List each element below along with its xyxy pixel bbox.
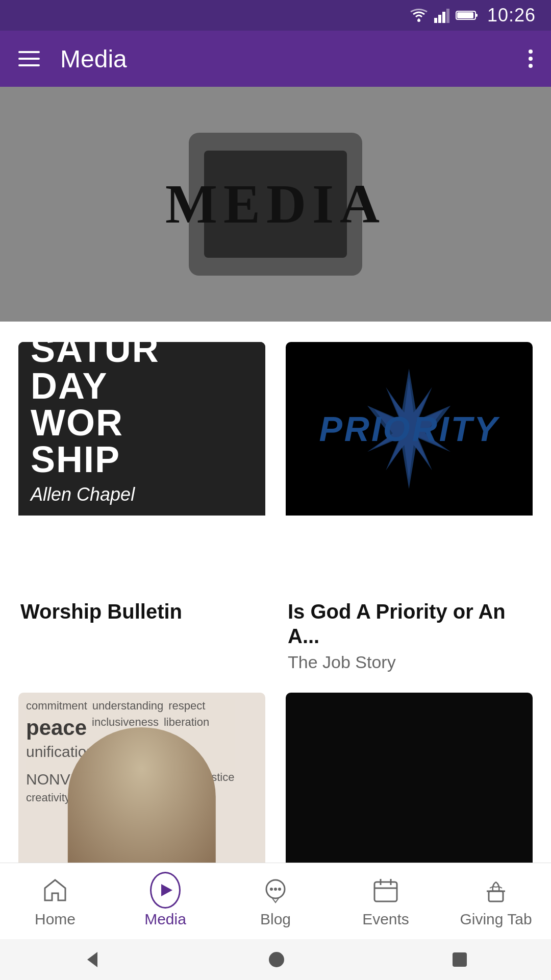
status-icons [410,8,478,23]
status-bar: 10:26 [0,0,551,31]
worship-bulletin-title: Worship Bulletin [20,599,263,624]
nav-label-blog: Blog [260,911,291,928]
thumb-worship-bulletin: SATURDAYWORSHIP Allen Chapel [18,342,265,589]
priority-subtitle: The Job Story [288,652,531,672]
home-button[interactable] [267,950,286,969]
word-tag: respect [168,699,205,713]
nav-label-giving: Giving Tab [460,911,532,928]
svg-marker-10 [161,884,172,896]
bottom-nav: Home Media Blog [0,863,551,939]
nav-label-events: Events [362,911,409,928]
play-circle [150,872,181,909]
svg-point-0 [417,19,420,22]
calendar-icon [370,875,401,905]
word-tag: creativity [26,791,70,804]
worship-bulletin-info: Worship Bulletin [18,599,265,624]
media-grid: SATURDAYWORSHIP Allen Chapel Worship Bul… [0,322,551,950]
svg-point-14 [278,888,281,891]
home-icon [40,875,70,905]
more-icon[interactable] [529,50,533,68]
word-tag: peace [26,716,87,740]
svg-rect-2 [438,15,441,23]
media-card-worship-bulletin[interactable]: SATURDAYWORSHIP Allen Chapel Worship Bul… [18,342,265,672]
svg-rect-7 [475,14,478,17]
priority-info: Is God A Priority or An A... The Job Sto… [286,599,533,672]
system-nav-bar [0,939,551,980]
wifi-icon [410,8,428,22]
recents-button[interactable] [450,950,469,969]
app-bar: Media [0,31,551,87]
svg-rect-3 [442,12,445,23]
saturday-title: SATURDAYWORSHIP [31,342,253,478]
word-tag: understanding [92,699,163,713]
nav-item-giving[interactable]: Giving Tab [441,875,551,928]
saturday-subtitle: Allen Chapel [31,484,253,505]
banner-title: MEDIA [165,173,386,236]
saturday-overlay: SATURDAYWORSHIP Allen Chapel [18,342,265,516]
svg-rect-23 [453,952,467,967]
signal-icon [434,8,449,23]
svg-rect-4 [446,9,449,23]
nav-item-events[interactable]: Events [331,875,441,928]
status-time: 10:26 [487,5,536,26]
svg-point-12 [270,888,273,891]
nav-label-home: Home [35,911,76,928]
nav-label-media: Media [144,911,186,928]
back-button[interactable] [82,949,103,970]
svg-point-22 [269,952,284,967]
hamburger-icon[interactable] [18,51,40,66]
nav-item-media[interactable]: Media [110,875,220,928]
svg-rect-15 [374,882,397,901]
svg-rect-19 [489,891,503,901]
app-bar-title: Media [60,45,529,73]
mlk-portrait [68,727,216,866]
chat-icon [260,875,291,905]
priority-text: PRIORITY [319,409,499,449]
svg-point-13 [274,888,277,891]
svg-rect-6 [457,12,473,18]
giving-icon [481,875,511,905]
svg-marker-21 [87,952,97,967]
play-circle-icon [150,875,181,905]
nav-item-home[interactable]: Home [0,875,110,928]
svg-rect-1 [434,18,437,23]
nav-item-blog[interactable]: Blog [220,875,331,928]
banner: MEDIA [0,87,551,322]
thumb-priority: PRIORITY [286,342,533,589]
battery-icon [456,9,478,21]
priority-title: Is God A Priority or An A... [288,599,531,648]
word-tag: commitment [26,699,87,713]
media-card-priority[interactable]: PRIORITY Is God A Priority or An A... Th… [286,342,533,672]
saturday-text-block: SATURDAYWORSHIP Allen Chapel [18,342,265,516]
